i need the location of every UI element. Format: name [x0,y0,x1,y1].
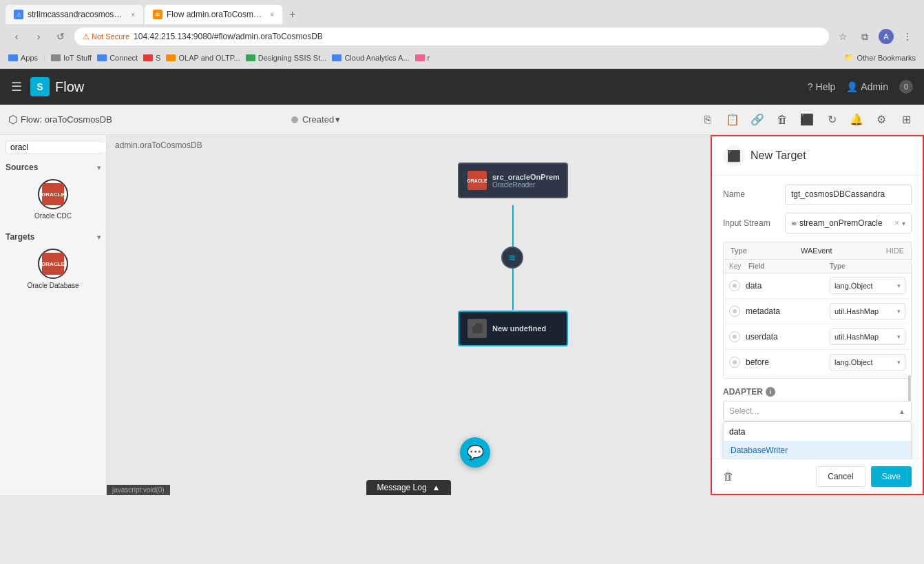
target-node-icon: ⬛ [468,319,487,338]
input-stream-select[interactable]: ≋ stream_onPremOracle × ▾ [785,213,912,233]
field-type-metadata[interactable]: util.HashMap ▾ [830,303,905,320]
notification-badge[interactable]: 0 [899,80,913,94]
delete-button[interactable]: 🗑 [773,110,792,129]
link-button[interactable]: 🔗 [748,110,767,129]
adapter-arrow-up: ▲ [899,408,905,415]
field-row-userdata: userdata util.HashMap ▾ [724,324,911,350]
bookmark-r[interactable]: r [415,54,430,62]
key-header: Key [729,262,748,270]
type-header-col: Type [830,262,905,270]
extensions-button[interactable]: ⧉ [857,28,873,45]
search-input[interactable] [10,143,107,152]
field-type-data[interactable]: lang.Object ▾ [830,278,905,294]
breadcrumb: ⬡ Flow: oraToCosmosDB [8,113,112,126]
source-node[interactable]: ORACLE src_oracleOnPrem OracleReader [458,163,568,198]
sources-arrow: ▾ [97,164,101,171]
target-node-info: New undefined [492,324,546,333]
stream-clear-button[interactable]: × [894,218,899,228]
key-icon-data[interactable] [729,280,740,291]
message-log[interactable]: Message Log ▲ [366,480,452,495]
status-dot [291,116,298,123]
input-stream-label: Input Stream [723,218,785,228]
alert-button[interactable]: 🔔 [847,110,866,129]
field-type-userdata[interactable]: util.HashMap ▾ [830,328,905,345]
bookmark-apps[interactable]: Apps [8,54,38,62]
name-row: Name [723,184,912,205]
menu-button[interactable]: ⋮ [899,28,916,45]
app-logo: S [30,77,50,96]
user-button[interactable]: 👤 Admin [846,81,888,92]
forward-button[interactable]: › [30,28,47,45]
tab-strlim[interactable]: ⚠ strlimcassandracosmos - Dat... × [6,5,143,24]
top-nav: ☰ S Flow ? Help 👤 Admin 0 [0,69,924,105]
field-name-before: before [746,357,830,367]
source-node-subtitle: OracleReader [492,181,560,189]
key-icon-before[interactable] [729,357,740,368]
sources-section-header[interactable]: Sources ▾ [6,160,101,175]
oracle-cdc-icon: ORACLE [38,179,68,209]
stream-node[interactable]: ≋ [501,247,523,269]
grid-button[interactable]: ⊞ [896,110,916,129]
breadcrumb-text: Flow: oraToCosmosDB [21,114,112,125]
field-row-metadata: metadata util.HashMap ▾ [724,299,911,324]
bookmark-iot[interactable]: IoT Stuff [51,54,92,62]
oracle-db-label: Oracle Database [27,282,78,289]
bookmark-cloud[interactable]: Cloud Analytics A... [332,54,409,62]
fields-table: Key Field Type data lang.Object ▾ [724,260,911,378]
chat-button[interactable]: 💬 [460,437,490,468]
adapter-option-databasewriter[interactable]: DatabaseWriter [724,441,911,459]
profile-button[interactable]: A [879,29,894,44]
panel-header-icon: ⬛ [723,145,745,167]
hamburger-menu[interactable]: ☰ [11,79,22,94]
save-button[interactable]: Save [871,466,912,487]
tab-close-2[interactable]: × [270,11,274,19]
adapter-dropdown: DatabaseWriter [723,421,912,459]
field-type-before[interactable]: lang.Object ▾ [830,354,905,370]
tab-close-1[interactable]: × [131,11,135,19]
name-input[interactable] [785,184,912,205]
bookmark-ssis[interactable]: Designing SSIS St... [246,54,327,62]
adapter-info-icon[interactable]: i [766,387,775,397]
bookmark-olap[interactable]: OLAP and OLTP... [166,54,240,62]
type-value: WAEvent [801,247,832,255]
panel-header: ⬛ New Target [712,136,923,176]
flow-status: Created ▾ [291,114,340,125]
connection-line-bottom [512,269,514,310]
cancel-button[interactable]: Cancel [816,466,865,487]
reload-button[interactable]: ↺ [52,28,69,45]
bookmark-s[interactable]: S [143,54,160,62]
help-button[interactable]: ? Help [808,81,836,92]
oracle-db-component[interactable]: ORACLE Oracle Database [6,244,101,293]
settings-button[interactable]: ⚙ [872,110,891,129]
key-icon-userdata[interactable] [729,331,740,342]
hide-button[interactable]: HIDE [886,247,904,255]
adapter-select-button[interactable]: Select... ▲ [723,401,912,421]
breadcrumb-icon: ⬡ [8,113,18,126]
oracle-cdc-component[interactable]: ORACLE Oracle CDC [6,175,101,224]
olap-icon [166,54,176,61]
right-panel: ⬛ New Target Name Input Stream [711,135,924,495]
adapter-search-input[interactable] [729,426,905,438]
target-node[interactable]: ⬛ New undefined [458,311,568,346]
field-header: Field [748,262,830,270]
deploy-button[interactable]: ⬛ [797,110,817,129]
paste-button[interactable]: 📋 [723,110,742,129]
tab-flow[interactable]: ≋ Flow admin.oraToCosmosDB × [145,5,282,24]
delete-target-button[interactable]: 🗑 [723,470,734,483]
targets-section-header[interactable]: Targets ▾ [6,229,101,244]
target-node-title: New undefined [492,324,546,333]
tab-title-1: strlimcassandracosmos - Dat... [28,10,124,19]
bookmark-connect[interactable]: Connect [97,54,138,62]
refresh-button[interactable]: ↻ [822,110,841,129]
new-tab-button[interactable]: + [284,6,301,23]
field-row-before: before lang.Object ▾ [724,350,911,375]
field-name-userdata: userdata [746,332,830,342]
status-dropdown[interactable]: Created ▾ [302,114,340,125]
s-icon [143,54,153,61]
other-bookmarks[interactable]: 📁 Other Bookmarks [844,53,916,62]
back-button[interactable]: ‹ [8,28,25,45]
bookmark-button[interactable]: ☆ [834,28,851,45]
copy-button[interactable]: ⎘ [698,110,717,129]
key-icon-metadata[interactable] [729,306,740,317]
address-input[interactable]: ⚠ Not Secure 104.42.215.134:9080/#flow/a… [74,28,829,45]
